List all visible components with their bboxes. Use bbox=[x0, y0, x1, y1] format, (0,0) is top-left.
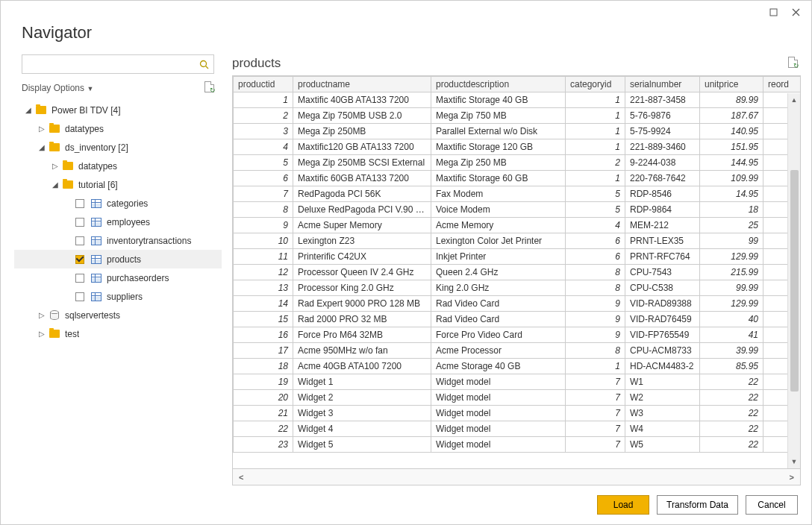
cell-productname: Mega Zip 750MB USB 2.0 bbox=[293, 108, 431, 124]
chevron-collapsed-icon[interactable]: ▷ bbox=[37, 311, 47, 319]
column-header-categoryid[interactable]: categoryid bbox=[566, 77, 625, 92]
cell-productname: Deluxe RedPagoda PCI V.90 56K bbox=[293, 202, 431, 218]
search-box[interactable] bbox=[22, 54, 214, 74]
table-row[interactable]: 10Lexington Z23Lexington Color Jet Print… bbox=[234, 233, 801, 249]
cell-unitprice: 40 bbox=[700, 312, 763, 327]
table-row[interactable]: 12Processor Queen IV 2.4 GHzQueen 2.4 GH… bbox=[234, 265, 801, 280]
folder-icon bbox=[49, 329, 60, 339]
table-row[interactable]: 11Printerific C42UXInkjet Printer6PRNT-R… bbox=[234, 249, 801, 265]
table-row[interactable]: 2Mega Zip 750MB USB 2.0Mega Zip 750 MB15… bbox=[234, 108, 801, 124]
tree-item-sqlservertests[interactable]: ▷sqlservertests bbox=[14, 306, 222, 324]
cell-productname: Lexington Z23 bbox=[293, 233, 431, 249]
table-row[interactable]: 3Mega Zip 250MBParallel External w/o Dis… bbox=[234, 124, 801, 139]
vertical-scrollbar[interactable]: ▲ ▼ bbox=[787, 93, 800, 468]
column-header-unitprice[interactable]: unitprice bbox=[700, 77, 763, 92]
cell-productdescription: Maxtific Storage 120 GB bbox=[431, 139, 566, 155]
transform-data-button[interactable]: Transform Data bbox=[657, 495, 738, 515]
tree-item-datatypes1[interactable]: ▷datatypes bbox=[14, 119, 222, 138]
cell-productdescription: Widget model bbox=[431, 421, 566, 437]
cell-serialnumber: 5-76-9876 bbox=[625, 108, 700, 124]
table-row[interactable]: 17Acme 950MHz w/o fanAcme Processor8CPU-… bbox=[234, 343, 801, 359]
document-refresh-icon: ↻ bbox=[204, 81, 214, 92]
cell-categoryid: 6 bbox=[566, 233, 625, 249]
search-input[interactable] bbox=[27, 56, 199, 72]
chevron-expanded-icon[interactable]: ◢ bbox=[37, 143, 47, 151]
checkbox[interactable] bbox=[75, 274, 84, 283]
checkbox[interactable] bbox=[75, 218, 84, 227]
chevron-expanded-icon[interactable]: ◢ bbox=[23, 106, 34, 114]
table-row[interactable]: 4Maxtific120 GB ATA133 7200Maxtific Stor… bbox=[234, 139, 801, 155]
restore-icon bbox=[769, 8, 778, 16]
horizontal-scrollbar[interactable]: < > bbox=[233, 468, 800, 485]
cell-unitprice: 85.95 bbox=[700, 359, 763, 374]
table-row[interactable]: 5Mega Zip 250MB SCSI ExternalMega Zip 25… bbox=[234, 155, 801, 171]
chevron-collapsed-icon[interactable]: ▷ bbox=[50, 162, 60, 170]
titlebar bbox=[1, 1, 811, 23]
cell-productdescription: Rad Video Card bbox=[431, 312, 566, 327]
table-row[interactable]: 9Acme Super MemoryAcme Memory4MEM-21225 bbox=[234, 218, 801, 233]
table-row[interactable]: 14Rad Expert 9000 PRO 128 MBRad Video Ca… bbox=[234, 296, 801, 312]
chevron-collapsed-icon[interactable]: ▷ bbox=[37, 330, 47, 338]
refresh-button[interactable]: ↻ bbox=[204, 81, 214, 95]
cell-unitprice: 22 bbox=[700, 390, 763, 406]
column-header-productid[interactable]: productid bbox=[234, 77, 293, 92]
table-row[interactable]: 16Force Pro M64 32MBForce Pro Video Card… bbox=[234, 327, 801, 343]
preview-action-button[interactable]: ↻ bbox=[788, 57, 798, 70]
display-options-dropdown[interactable]: Display Options ▼ bbox=[22, 83, 93, 93]
cell-categoryid: 1 bbox=[566, 124, 625, 139]
cell-productname: Processor Queen IV 2.4 GHz bbox=[293, 265, 431, 280]
table-row[interactable]: 8Deluxe RedPagoda PCI V.90 56KVoice Mode… bbox=[234, 202, 801, 218]
cell-categoryid: 1 bbox=[566, 359, 625, 374]
cell-serialnumber: W1 bbox=[625, 374, 700, 390]
table-row[interactable]: 20Widget 2Widget model7W222 bbox=[234, 390, 801, 406]
table-icon bbox=[90, 217, 102, 227]
cancel-button[interactable]: Cancel bbox=[746, 495, 798, 515]
cell-productid: 18 bbox=[234, 359, 293, 374]
table-row[interactable]: 7RedPagoda PCI 56KFax Modem5RDP-854614.9… bbox=[234, 186, 801, 202]
tree-item-inventorytransactions[interactable]: ▷inventorytransactions bbox=[14, 231, 222, 250]
tree-item-purchaseorders[interactable]: ▷purchaseorders bbox=[14, 268, 222, 287]
cell-unitprice: 39.99 bbox=[700, 343, 763, 359]
table-row[interactable]: 6Maxtific 60GB ATA133 7200Maxtific Stora… bbox=[234, 171, 801, 186]
cell-productdescription: Widget model bbox=[431, 390, 566, 406]
table-row[interactable]: 23Widget 5Widget model7W522 bbox=[234, 437, 801, 453]
load-button[interactable]: Load bbox=[597, 495, 649, 515]
tree-item-dsinv[interactable]: ◢ds_inventory [2] bbox=[14, 138, 222, 157]
tree-item-suppliers[interactable]: ▷suppliers bbox=[14, 287, 222, 306]
grid-scroll[interactable]: productidproductnameproductdescriptionca… bbox=[233, 76, 800, 468]
table-row[interactable]: 19Widget 1Widget model7W122 bbox=[234, 374, 801, 390]
chevron-expanded-icon[interactable]: ◢ bbox=[50, 180, 60, 189]
tree-item-categories[interactable]: ▷categories bbox=[14, 194, 222, 213]
table-row[interactable]: 22Widget 4Widget model7W422 bbox=[234, 421, 801, 437]
checkbox[interactable] bbox=[75, 292, 84, 301]
checkbox[interactable] bbox=[75, 255, 84, 264]
table-row[interactable]: 15Rad 2000 PRO 32 MBRad Video Card9VID-R… bbox=[234, 312, 801, 327]
cell-unitprice: 129.99 bbox=[700, 296, 763, 312]
column-header-productdescription[interactable]: productdescription bbox=[431, 77, 566, 92]
column-header-reord[interactable]: reord bbox=[763, 77, 801, 92]
table-row[interactable]: 13Processor King 2.0 GHzKing 2.0 GHz8CPU… bbox=[234, 280, 801, 296]
search-icon[interactable] bbox=[199, 60, 209, 69]
tree-item-test[interactable]: ▷test bbox=[14, 324, 222, 343]
table-row[interactable]: 1Maxtific 40GB ATA133 7200Maxtific Stora… bbox=[234, 92, 801, 108]
cell-productdescription: Force Pro Video Card bbox=[431, 327, 566, 343]
cell-productdescription: Mega Zip 750 MB bbox=[431, 108, 566, 124]
tree-item-datatypes2[interactable]: ▷datatypes bbox=[14, 157, 222, 175]
cell-productname: Acme Super Memory bbox=[293, 218, 431, 233]
tree-item-employees[interactable]: ▷employees bbox=[14, 213, 222, 231]
tree-item-root[interactable]: ◢Power BI TDV [4] bbox=[14, 101, 222, 119]
close-button[interactable] bbox=[784, 3, 807, 21]
checkbox[interactable] bbox=[75, 199, 84, 208]
tree-item-products[interactable]: ▷products bbox=[14, 250, 222, 268]
cell-categoryid: 4 bbox=[566, 218, 625, 233]
tree-item-tutorial[interactable]: ◢tutorial [6] bbox=[14, 175, 222, 194]
table-row[interactable]: 18Acme 40GB ATA100 7200Acme Storage 40 G… bbox=[234, 359, 801, 374]
restore-button[interactable] bbox=[762, 3, 784, 21]
column-header-serialnumber[interactable]: serialnumber bbox=[625, 77, 700, 92]
column-header-productname[interactable]: productname bbox=[293, 77, 431, 92]
table-row[interactable]: 21Widget 3Widget model7W322 bbox=[234, 406, 801, 421]
scroll-thumb[interactable] bbox=[790, 170, 799, 392]
checkbox[interactable] bbox=[75, 236, 84, 245]
chevron-collapsed-icon[interactable]: ▷ bbox=[37, 125, 47, 133]
footer: Load Transform Data Cancel bbox=[1, 485, 811, 524]
